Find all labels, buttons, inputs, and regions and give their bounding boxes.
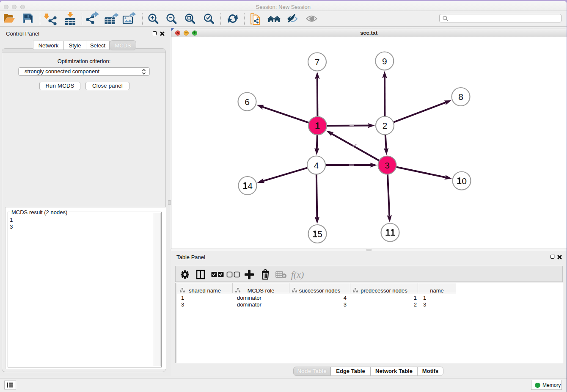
- svg-text:0: 0: [462, 176, 467, 186]
- svg-text:6: 6: [245, 97, 250, 107]
- svg-text:4: 4: [314, 160, 319, 170]
- svg-text:f(x): f(x): [291, 269, 304, 280]
- svg-text:9: 9: [382, 56, 387, 66]
- svg-text:2: 2: [383, 121, 388, 130]
- svg-text:8: 8: [458, 92, 463, 102]
- svg-text:7: 7: [315, 57, 320, 67]
- svg-text:5: 5: [317, 229, 322, 239]
- svg-text:4: 4: [248, 181, 253, 190]
- svg-text:3: 3: [385, 160, 390, 170]
